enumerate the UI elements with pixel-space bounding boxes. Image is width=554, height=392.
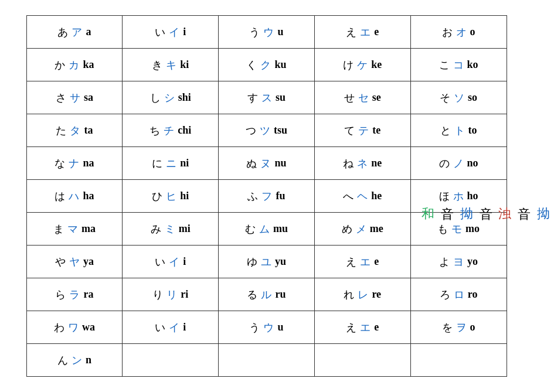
hiragana: せ bbox=[344, 91, 355, 105]
cell-r0-c2: うウu bbox=[219, 16, 315, 49]
cell-content-r6-c4: もモmo bbox=[413, 222, 504, 236]
romaji: ko bbox=[467, 59, 478, 71]
katakana: ア bbox=[72, 25, 82, 39]
katakana: イ bbox=[169, 255, 179, 269]
hiragana: か bbox=[55, 58, 65, 72]
hiragana: ち bbox=[149, 124, 160, 138]
hiragana: え bbox=[346, 321, 356, 335]
cell-r1-c4: こコko bbox=[410, 49, 507, 81]
katakana: モ bbox=[451, 222, 462, 236]
cell-content-r7-c2: ゆユyu bbox=[221, 255, 312, 269]
romaji: chi bbox=[178, 124, 191, 137]
cell-r7-c4: よヨyo bbox=[410, 246, 507, 278]
cell-content-r7-c1: いイi bbox=[125, 255, 216, 269]
cell-r0-c1: いイi bbox=[123, 16, 219, 49]
cell-content-r2-c0: さサsa bbox=[29, 91, 120, 105]
katakana: エ bbox=[360, 255, 371, 269]
romaji: tsu bbox=[274, 124, 287, 137]
cell-content-r3-c3: てテte bbox=[317, 124, 408, 138]
romaji: ha bbox=[83, 190, 94, 202]
cell-content-r2-c2: すスsu bbox=[221, 91, 312, 105]
cell-content-r4-c4: のノno bbox=[413, 156, 504, 171]
cell-content-r1-c3: けケke bbox=[317, 58, 408, 72]
cell-r9-c1: いイi bbox=[123, 311, 219, 344]
hiragana: ほ bbox=[439, 189, 450, 203]
romaji: e bbox=[374, 255, 379, 268]
romaji: se bbox=[372, 91, 381, 104]
cell-content-r1-c1: きキki bbox=[125, 58, 216, 72]
cell-r4-c0: なナna bbox=[26, 147, 123, 180]
katakana: ヘ bbox=[357, 189, 368, 203]
cell-r6-c3: めメme bbox=[314, 213, 410, 246]
hiragana: に bbox=[152, 156, 162, 171]
romaji: nu bbox=[274, 157, 286, 169]
cell-content-r2-c3: せセse bbox=[317, 91, 408, 105]
katakana: ヤ bbox=[69, 255, 80, 269]
katakana: ン bbox=[72, 353, 82, 367]
cell-content-r8-c4: ろロro bbox=[413, 288, 504, 302]
cell-content-r0-c0: あアa bbox=[29, 25, 120, 39]
hiragana: う bbox=[249, 25, 260, 39]
cell-content-r9-c3: えエe bbox=[317, 321, 408, 335]
romaji: i bbox=[183, 255, 186, 268]
cell-content-r5-c4: ほホho bbox=[413, 189, 504, 203]
hiragana: て bbox=[344, 124, 355, 138]
cell-r2-c4: そソso bbox=[410, 81, 507, 114]
katakana: レ bbox=[358, 288, 368, 302]
romaji: shi bbox=[178, 91, 191, 104]
cell-content-r3-c0: たタta bbox=[29, 124, 120, 138]
cell-content-r5-c1: ひヒhi bbox=[125, 189, 216, 203]
hiragana: た bbox=[56, 124, 66, 138]
cell-r4-c1: にニni bbox=[123, 147, 219, 180]
cell-r5-c2: ふフfu bbox=[219, 180, 315, 213]
cell-r0-c4: おオo bbox=[410, 16, 507, 49]
cell-content-r9-c4: をヲo bbox=[413, 321, 504, 335]
romaji: o bbox=[470, 321, 475, 333]
katakana: ツ bbox=[260, 124, 270, 138]
katakana: ウ bbox=[263, 321, 274, 335]
katakana: ニ bbox=[166, 156, 176, 171]
cell-r6-c2: むムmu bbox=[219, 213, 315, 246]
hiragana: る bbox=[247, 288, 257, 302]
hiragana: な bbox=[55, 156, 65, 171]
hiragana: く bbox=[246, 58, 257, 72]
hiragana: み bbox=[151, 222, 161, 236]
romaji: mo bbox=[465, 223, 480, 235]
romaji: wa bbox=[82, 321, 95, 333]
cell-content-r5-c3: へヘhe bbox=[317, 189, 408, 203]
cell-r10-c0: んンn bbox=[26, 344, 123, 377]
cell-r3-c1: ちチchi bbox=[123, 114, 219, 147]
cell-content-r10-c0: んンn bbox=[29, 353, 120, 367]
cell-r2-c0: さサsa bbox=[26, 81, 123, 114]
cell-content-r9-c0: わワwa bbox=[29, 321, 120, 335]
hiragana: そ bbox=[440, 91, 450, 105]
hiragana: の bbox=[439, 156, 450, 171]
hiragana: ゆ bbox=[247, 255, 257, 269]
hiragana: こ bbox=[439, 58, 450, 72]
hiragana: ひ bbox=[152, 189, 162, 203]
romaji: ke bbox=[371, 59, 382, 71]
romaji: i bbox=[183, 26, 186, 38]
kana-table: あアaいイiうウuえエeおオoかカkaきキkiくクkuけケkeこコkoさサsaし… bbox=[26, 15, 507, 377]
cell-r6-c0: まマma bbox=[26, 213, 123, 246]
cell-r9-c2: うウu bbox=[219, 311, 315, 344]
cell-content-r6-c2: むムmu bbox=[221, 222, 312, 236]
cell-r5-c4: ほホho bbox=[410, 180, 507, 213]
hiragana: あ bbox=[57, 25, 68, 39]
romaji: a bbox=[86, 26, 91, 38]
katakana: ミ bbox=[165, 222, 175, 236]
cell-r10-c4 bbox=[410, 344, 507, 377]
romaji: me bbox=[370, 223, 383, 235]
cell-content-r8-c0: らラra bbox=[29, 288, 120, 302]
katakana: ヨ bbox=[453, 255, 464, 269]
katakana: ヌ bbox=[260, 156, 271, 171]
cell-r8-c1: りリri bbox=[123, 278, 219, 311]
cell-r3-c2: つツtsu bbox=[219, 114, 315, 147]
hiragana: つ bbox=[246, 124, 256, 138]
cell-content-r4-c1: にニni bbox=[125, 156, 216, 171]
cell-r7-c2: ゆユyu bbox=[219, 246, 315, 278]
cell-content-r0-c4: おオo bbox=[413, 25, 504, 39]
cell-r6-c1: みミmi bbox=[123, 213, 219, 246]
cell-r4-c3: ねネne bbox=[314, 147, 410, 180]
cell-content-r9-c2: うウu bbox=[221, 321, 312, 335]
